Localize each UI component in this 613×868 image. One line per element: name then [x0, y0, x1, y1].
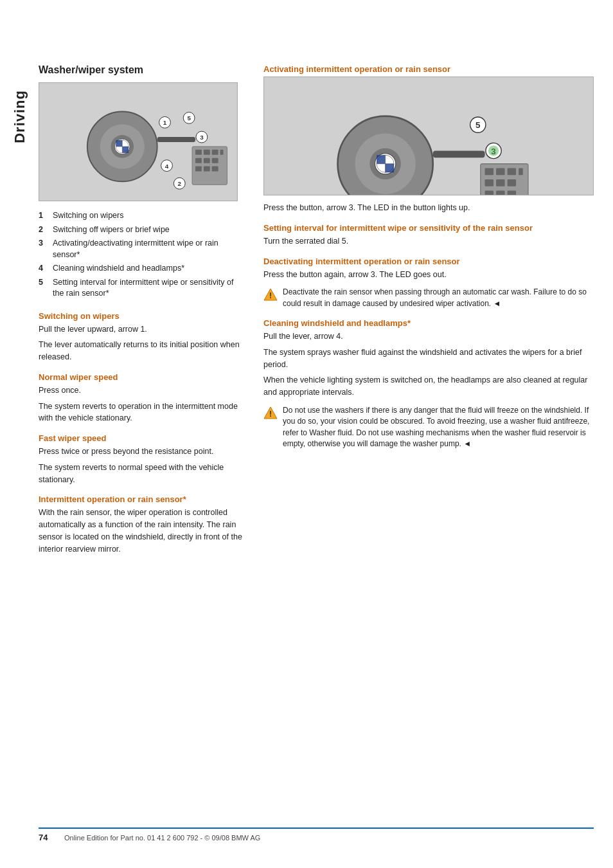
- svg-rect-48: [485, 168, 493, 175]
- svg-text:5: 5: [475, 120, 481, 130]
- deactivating-title: Deactivating intermittent operation or r…: [263, 257, 594, 266]
- fast-wiper-body1: Press twice or press beyond the resistan…: [39, 446, 244, 458]
- page-footer: 74 Online Edition for Part no. 01 41 2 6…: [39, 827, 594, 842]
- normal-wiper-body2: The system reverts to operation in the i…: [39, 401, 244, 425]
- svg-rect-55: [485, 190, 493, 195]
- svg-text:4: 4: [165, 163, 169, 170]
- svg-rect-50: [508, 168, 516, 175]
- svg-rect-53: [496, 179, 504, 186]
- svg-text:2: 2: [178, 180, 182, 187]
- svg-rect-57: [508, 190, 516, 195]
- svg-rect-41: [386, 164, 394, 172]
- fast-wiper-body2: The system reverts to normal speed with …: [39, 462, 244, 486]
- normal-wiper-body1: Press once.: [39, 384, 244, 397]
- svg-rect-24: [212, 150, 218, 155]
- cleaning-body1: Pull the lever, arrow 4.: [263, 330, 594, 343]
- car-image-right-container: 5 3: [263, 77, 594, 195]
- warning-box-2: ! Do not use the washers if there is any…: [263, 405, 594, 450]
- svg-text:1: 1: [163, 119, 167, 126]
- svg-rect-40: [377, 155, 385, 163]
- warning-icon-1: !: [263, 287, 278, 302]
- activating-title: Activating intermittent operation or rai…: [263, 64, 594, 74]
- list-item: 5Setting interval for intermittent wipe …: [39, 277, 244, 300]
- activating-body: Press the button, arrow 3. The LED in th…: [263, 202, 594, 214]
- svg-text:5: 5: [187, 114, 191, 122]
- cleaning-body2: The system sprays washer fluid against t…: [263, 347, 594, 371]
- warning-icon-2: !: [263, 406, 278, 420]
- fast-wiper-title: Fast wiper speed: [39, 433, 244, 443]
- cleaning-title: Cleaning windshield and headlamps*: [263, 318, 594, 328]
- switching-on-body2: The lever automatically returns to its i…: [39, 339, 244, 363]
- svg-rect-27: [204, 158, 210, 163]
- svg-rect-29: [195, 167, 202, 172]
- svg-rect-51: [519, 168, 523, 175]
- section-title: Washer/wiper system: [39, 64, 244, 76]
- list-item: 4Cleaning windshield and headlamps*: [39, 263, 244, 275]
- setting-interval-body: Turn the serrated dial 5.: [263, 235, 594, 248]
- intermittent-title: Intermittent operation or rain sensor*: [39, 494, 244, 504]
- right-column: Activating intermittent operation or rai…: [263, 64, 594, 559]
- svg-rect-56: [496, 190, 504, 195]
- cleaning-body3: When the vehicle lighting system is swit…: [263, 374, 594, 399]
- deactivating-body: Press the button again, arrow 3. The LED…: [263, 269, 594, 281]
- svg-rect-8: [116, 140, 122, 147]
- svg-text:3: 3: [200, 134, 204, 141]
- svg-rect-30: [204, 167, 210, 172]
- warning-text-2: Do not use the washers if there is any d…: [283, 405, 594, 450]
- svg-rect-26: [195, 158, 202, 163]
- svg-rect-23: [204, 150, 210, 155]
- normal-wiper-title: Normal wiper speed: [39, 372, 244, 382]
- footer-text: Online Edition for Part no. 01 41 2 600 …: [64, 834, 260, 842]
- list-item: 2Switching off wipers or brief wipe: [39, 224, 244, 236]
- svg-rect-22: [195, 150, 202, 155]
- svg-rect-9: [122, 147, 129, 153]
- svg-rect-31: [212, 167, 218, 172]
- page-number: 74: [39, 833, 58, 842]
- list-item: 3Activating/deactivating intermittent wi…: [39, 238, 244, 260]
- car-image-left: 1 2 3 4 5: [39, 82, 238, 201]
- intermittent-body: With the rain sensor, the wiper operatio…: [39, 507, 244, 555]
- warning-box-1: ! Deactivate the rain sensor when passin…: [263, 287, 594, 309]
- warning-text-1: Deactivate the rain sensor when passing …: [283, 287, 594, 309]
- car-image-right: 5 3: [263, 77, 594, 195]
- sidebar-label: Driving: [12, 90, 28, 143]
- svg-rect-52: [485, 179, 493, 186]
- numbered-list: 1Switching on wipers 2Switching off wipe…: [39, 210, 244, 300]
- svg-text:!: !: [269, 291, 272, 300]
- switching-on-title: Switching on wipers: [39, 311, 244, 321]
- svg-rect-54: [508, 179, 516, 186]
- svg-text:!: !: [269, 410, 272, 419]
- switching-on-body1: Pull the lever upward, arrow 1.: [39, 323, 244, 336]
- svg-rect-42: [433, 151, 485, 158]
- svg-rect-49: [496, 168, 504, 175]
- list-item: 1Switching on wipers: [39, 210, 244, 222]
- svg-rect-28: [212, 158, 218, 163]
- setting-interval-title: Setting interval for intermittent wipe o…: [263, 223, 594, 233]
- svg-rect-10: [157, 137, 195, 142]
- left-column: Washer/wiper system: [39, 64, 244, 559]
- svg-point-58: [488, 145, 499, 156]
- svg-rect-25: [220, 150, 224, 155]
